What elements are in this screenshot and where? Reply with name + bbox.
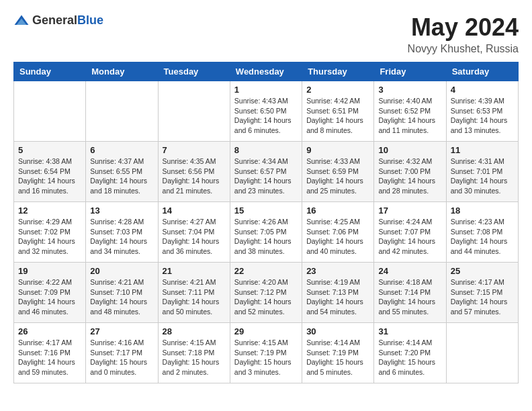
day-info: Sunrise: 4:21 AM Sunset: 7:10 PM Dayligh… [90,277,153,317]
day-info: Sunrise: 4:14 AM Sunset: 7:19 PM Dayligh… [306,338,369,377]
day-number: 31 [378,326,441,336]
day-number: 25 [451,266,514,276]
day-info: Sunrise: 4:33 AM Sunset: 6:59 PM Dayligh… [306,156,369,196]
day-number: 10 [378,145,441,155]
table-row: 10Sunrise: 4:32 AM Sunset: 7:00 PM Dayli… [374,142,446,202]
day-info: Sunrise: 4:27 AM Sunset: 7:04 PM Dayligh… [163,217,226,257]
title-area: May 2024 Novyy Khushet, Russia [408,13,519,55]
day-info: Sunrise: 4:15 AM Sunset: 7:18 PM Dayligh… [163,338,226,377]
day-number: 16 [306,205,369,216]
table-row [446,323,518,383]
header-tuesday: Tuesday [158,62,230,81]
day-info: Sunrise: 4:21 AM Sunset: 7:11 PM Dayligh… [163,277,226,317]
day-number: 20 [90,266,153,276]
logo: GeneralBlue [13,13,103,28]
day-number: 30 [306,326,369,336]
day-info: Sunrise: 4:19 AM Sunset: 7:13 PM Dayligh… [306,277,369,317]
day-number: 21 [163,266,226,276]
table-row: 1Sunrise: 4:43 AM Sunset: 6:50 PM Daylig… [230,81,302,142]
calendar-week-3: 12Sunrise: 4:29 AM Sunset: 7:02 PM Dayli… [14,202,519,263]
table-row: 8Sunrise: 4:34 AM Sunset: 6:57 PM Daylig… [230,142,302,202]
location-title: Novyy Khushet, Russia [408,43,519,55]
table-row: 4Sunrise: 4:39 AM Sunset: 6:53 PM Daylig… [446,81,518,142]
calendar-week-5: 26Sunrise: 4:17 AM Sunset: 7:16 PM Dayli… [14,323,519,383]
table-row: 12Sunrise: 4:29 AM Sunset: 7:02 PM Dayli… [14,202,86,263]
logo-text-blue: Blue [77,13,103,27]
day-number: 19 [18,266,81,276]
table-row: 11Sunrise: 4:31 AM Sunset: 7:01 PM Dayli… [446,142,518,202]
day-info: Sunrise: 4:42 AM Sunset: 6:51 PM Dayligh… [306,96,369,136]
day-info: Sunrise: 4:39 AM Sunset: 6:53 PM Dayligh… [451,96,514,136]
header-friday: Friday [374,62,446,81]
table-row: 7Sunrise: 4:35 AM Sunset: 6:56 PM Daylig… [158,142,230,202]
day-info: Sunrise: 4:26 AM Sunset: 7:05 PM Dayligh… [234,217,298,257]
day-number: 7 [163,145,226,155]
day-number: 15 [234,205,298,216]
day-info: Sunrise: 4:16 AM Sunset: 7:17 PM Dayligh… [90,338,153,377]
day-info: Sunrise: 4:31 AM Sunset: 7:01 PM Dayligh… [451,156,514,196]
day-info: Sunrise: 4:38 AM Sunset: 6:54 PM Dayligh… [18,156,81,196]
day-number: 4 [451,85,514,95]
day-info: Sunrise: 4:25 AM Sunset: 7:06 PM Dayligh… [306,217,369,257]
day-number: 8 [234,145,298,155]
header-wednesday: Wednesday [230,62,302,81]
header: GeneralBlue May 2024 Novyy Khushet, Russ… [13,13,519,55]
month-title: May 2024 [408,13,519,42]
day-number: 29 [234,326,298,336]
day-info: Sunrise: 4:20 AM Sunset: 7:12 PM Dayligh… [234,277,298,317]
table-row: 14Sunrise: 4:27 AM Sunset: 7:04 PM Dayli… [158,202,230,263]
calendar-table: Sunday Monday Tuesday Wednesday Thursday… [13,62,519,383]
day-info: Sunrise: 4:22 AM Sunset: 7:09 PM Dayligh… [18,277,81,317]
day-info: Sunrise: 4:43 AM Sunset: 6:50 PM Dayligh… [234,96,298,136]
table-row: 25Sunrise: 4:17 AM Sunset: 7:15 PM Dayli… [446,263,518,323]
table-row: 23Sunrise: 4:19 AM Sunset: 7:13 PM Dayli… [302,263,374,323]
table-row [14,81,86,142]
day-number: 9 [306,145,369,155]
day-number: 18 [451,205,514,216]
day-number: 6 [90,145,153,155]
day-info: Sunrise: 4:17 AM Sunset: 7:15 PM Dayligh… [451,277,514,317]
table-row: 28Sunrise: 4:15 AM Sunset: 7:18 PM Dayli… [158,323,230,383]
day-number: 3 [378,85,441,95]
table-row: 2Sunrise: 4:42 AM Sunset: 6:51 PM Daylig… [302,81,374,142]
day-info: Sunrise: 4:28 AM Sunset: 7:03 PM Dayligh… [90,217,153,257]
day-number: 12 [18,205,81,216]
day-number: 1 [234,85,298,95]
day-info: Sunrise: 4:37 AM Sunset: 6:55 PM Dayligh… [90,156,153,196]
table-row: 27Sunrise: 4:16 AM Sunset: 7:17 PM Dayli… [86,323,158,383]
day-info: Sunrise: 4:24 AM Sunset: 7:07 PM Dayligh… [378,217,441,257]
calendar-week-1: 1Sunrise: 4:43 AM Sunset: 6:50 PM Daylig… [14,81,519,142]
day-info: Sunrise: 4:32 AM Sunset: 7:00 PM Dayligh… [378,156,441,196]
table-row: 22Sunrise: 4:20 AM Sunset: 7:12 PM Dayli… [230,263,302,323]
table-row: 29Sunrise: 4:15 AM Sunset: 7:19 PM Dayli… [230,323,302,383]
header-thursday: Thursday [302,62,374,81]
table-row: 26Sunrise: 4:17 AM Sunset: 7:16 PM Dayli… [14,323,86,383]
day-info: Sunrise: 4:29 AM Sunset: 7:02 PM Dayligh… [18,217,81,257]
day-info: Sunrise: 4:34 AM Sunset: 6:57 PM Dayligh… [234,156,298,196]
day-info: Sunrise: 4:40 AM Sunset: 6:52 PM Dayligh… [378,96,441,136]
day-number: 2 [306,85,369,95]
header-monday: Monday [86,62,158,81]
day-info: Sunrise: 4:15 AM Sunset: 7:19 PM Dayligh… [234,338,298,377]
table-row: 19Sunrise: 4:22 AM Sunset: 7:09 PM Dayli… [14,263,86,323]
day-number: 11 [451,145,514,155]
table-row: 24Sunrise: 4:18 AM Sunset: 7:14 PM Dayli… [374,263,446,323]
table-row: 20Sunrise: 4:21 AM Sunset: 7:10 PM Dayli… [86,263,158,323]
header-saturday: Saturday [446,62,518,81]
logo-text-general: General [32,13,77,27]
table-row [86,81,158,142]
day-info: Sunrise: 4:14 AM Sunset: 7:20 PM Dayligh… [378,338,441,377]
day-number: 28 [163,326,226,336]
table-row: 5Sunrise: 4:38 AM Sunset: 6:54 PM Daylig… [14,142,86,202]
logo-icon [13,14,30,28]
table-row: 3Sunrise: 4:40 AM Sunset: 6:52 PM Daylig… [374,81,446,142]
table-row: 13Sunrise: 4:28 AM Sunset: 7:03 PM Dayli… [86,202,158,263]
calendar-week-2: 5Sunrise: 4:38 AM Sunset: 6:54 PM Daylig… [14,142,519,202]
day-number: 17 [378,205,441,216]
day-number: 22 [234,266,298,276]
header-sunday: Sunday [14,62,86,81]
table-row: 15Sunrise: 4:26 AM Sunset: 7:05 PM Dayli… [230,202,302,263]
calendar-week-4: 19Sunrise: 4:22 AM Sunset: 7:09 PM Dayli… [14,263,519,323]
day-info: Sunrise: 4:35 AM Sunset: 6:56 PM Dayligh… [163,156,226,196]
table-row: 21Sunrise: 4:21 AM Sunset: 7:11 PM Dayli… [158,263,230,323]
